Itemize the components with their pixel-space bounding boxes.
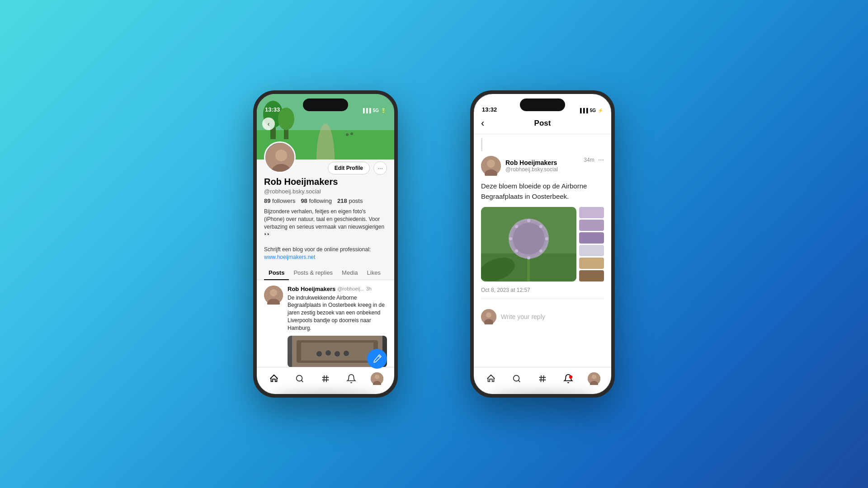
tab-posts[interactable]: Posts: [264, 266, 289, 280]
swatch-5: [579, 258, 604, 269]
status-icons-1: ▐▐▐ 5G 🔋: [361, 108, 386, 113]
post-author-avatar: [264, 286, 283, 305]
svg-point-28: [487, 160, 495, 168]
reply-user-avatar: [481, 309, 496, 324]
svg-point-38: [527, 219, 530, 222]
thread-accent-bar: [481, 138, 482, 151]
profile-nav-avatar[interactable]: [371, 372, 383, 385]
home-nav-icon-2[interactable]: [485, 372, 497, 385]
profile-actions: Edit Profile ···: [328, 161, 387, 175]
reply-input[interactable]: Write your reply: [501, 313, 545, 320]
home-nav-icon[interactable]: [268, 372, 280, 385]
svg-point-21: [335, 351, 340, 357]
color-swatches: [579, 207, 604, 282]
svg-point-8: [346, 133, 349, 136]
followers-stat: 89 followers: [264, 197, 295, 204]
post-time: 3h: [366, 286, 372, 291]
reply-section: Write your reply: [474, 304, 611, 330]
tab-posts-replies[interactable]: Posts & replies: [289, 266, 337, 280]
svg-point-11: [275, 150, 287, 161]
profile-handle: @robhoeij.bsky.social: [264, 188, 387, 195]
compose-button[interactable]: [367, 349, 387, 369]
profile-info: Rob Hoeijmakers @robhoeij.bsky.social 89…: [257, 173, 394, 261]
svg-point-52: [592, 375, 596, 379]
swatch-3: [579, 232, 604, 244]
post-author-handle: @robhoeij...: [337, 286, 364, 291]
posts-label: posts: [349, 197, 363, 204]
profile-bio: Bijzondere verhalen, feitjes en eigen fo…: [264, 208, 387, 261]
profile-screen: 13:33 ▐▐▐ 5G 🔋: [257, 94, 394, 394]
swatch-4: [579, 245, 604, 256]
svg-point-43: [539, 249, 542, 253]
more-options-button[interactable]: ···: [373, 161, 387, 175]
post-detail-time: 34m: [584, 157, 594, 163]
svg-point-40: [509, 237, 512, 240]
svg-point-23: [297, 375, 302, 381]
back-button-1[interactable]: ‹: [262, 117, 275, 130]
hashtag-nav-icon-2[interactable]: [536, 372, 549, 385]
time-1: 13:33: [265, 106, 280, 113]
posts-stat: 218 posts: [337, 197, 363, 204]
signal-icon: ▐▐▐: [361, 108, 371, 113]
profile-website[interactable]: www.hoeijmakers.net: [264, 254, 315, 260]
profile-name: Rob Hoeijmakers: [264, 177, 387, 187]
svg-point-20: [326, 350, 331, 356]
profile-stats: 89 followers 98 following 218 posts: [264, 197, 387, 204]
network-icon: 5G: [373, 108, 379, 113]
bottom-nav-1: [257, 367, 394, 394]
post-author-name: Rob Hoeijmakers: [288, 286, 335, 292]
svg-point-9: [350, 132, 353, 135]
dynamic-island-2: [520, 99, 565, 111]
signal-icon-2: ▐▐▐: [578, 108, 588, 113]
svg-point-50: [569, 375, 572, 378]
network-icon-2: 5G: [590, 108, 596, 113]
hashtag-nav-icon[interactable]: [319, 372, 332, 385]
svg-point-41: [545, 237, 548, 240]
svg-point-39: [527, 256, 530, 259]
profile-nav-avatar-2[interactable]: [588, 372, 600, 385]
notifications-nav-icon[interactable]: [345, 372, 358, 385]
battery-icon-2: ⚡: [598, 108, 603, 113]
post-author-row: Rob Hoeijmakers @robhoeij... 3h: [288, 286, 387, 292]
search-nav-icon[interactable]: [293, 372, 306, 385]
swatch-1: [579, 207, 604, 218]
svg-point-22: [344, 351, 349, 356]
svg-point-49: [514, 375, 519, 381]
tab-media[interactable]: Media: [337, 266, 362, 280]
battery-icon: 🔋: [381, 108, 386, 113]
status-icons-2: ▐▐▐ 5G ⚡: [578, 108, 603, 113]
swatch-6: [579, 270, 604, 282]
time-2: 13:32: [482, 106, 497, 113]
following-stat: 98 following: [301, 197, 332, 204]
profile-tabs: Posts Posts & replies Media Likes: [257, 266, 394, 280]
post-detail-author: Rob Hoeijmakers @robhoeij.bsky.social: [481, 156, 558, 176]
svg-point-19: [316, 351, 322, 357]
flower-image: [481, 207, 576, 282]
svg-point-45: [539, 225, 542, 228]
profile-avatar: [264, 141, 296, 173]
post-detail-author-handle: @robhoeij.bsky.social: [505, 166, 558, 173]
phones-container: 13:33 ▐▐▐ 5G 🔋: [253, 90, 615, 398]
edit-profile-button[interactable]: Edit Profile: [328, 162, 370, 174]
post-text-1: De indrukwekkende Airborne Begraafplaats…: [288, 294, 387, 332]
post-detail-area: Rob Hoeijmakers @robhoeij.bsky.social 34…: [474, 151, 611, 304]
phone-profile: 13:33 ▐▐▐ 5G 🔋: [253, 90, 398, 398]
tab-likes[interactable]: Likes: [363, 266, 385, 280]
svg-point-42: [515, 225, 518, 228]
svg-point-25: [375, 375, 379, 379]
dynamic-island-1: [303, 99, 348, 111]
post-page-title: Post: [534, 119, 551, 128]
svg-point-14: [270, 289, 277, 296]
post-detail-avatar: [481, 156, 501, 176]
post-timestamp: Oct 8, 2023 at 12:57: [481, 287, 604, 299]
avatar-section: Edit Profile ···: [257, 141, 394, 173]
post-media-container: [481, 207, 604, 282]
post-detail-author-name: Rob Hoeijmakers: [505, 159, 558, 166]
post-more-button[interactable]: ···: [598, 156, 604, 164]
svg-point-44: [515, 249, 518, 253]
search-nav-icon-2[interactable]: [510, 372, 523, 385]
back-button-2[interactable]: ‹: [481, 117, 495, 129]
notifications-nav-icon-2[interactable]: [562, 372, 575, 385]
post-author-info: Rob Hoeijmakers @robhoeij.bsky.social: [505, 159, 558, 173]
swatch-2: [579, 220, 604, 231]
